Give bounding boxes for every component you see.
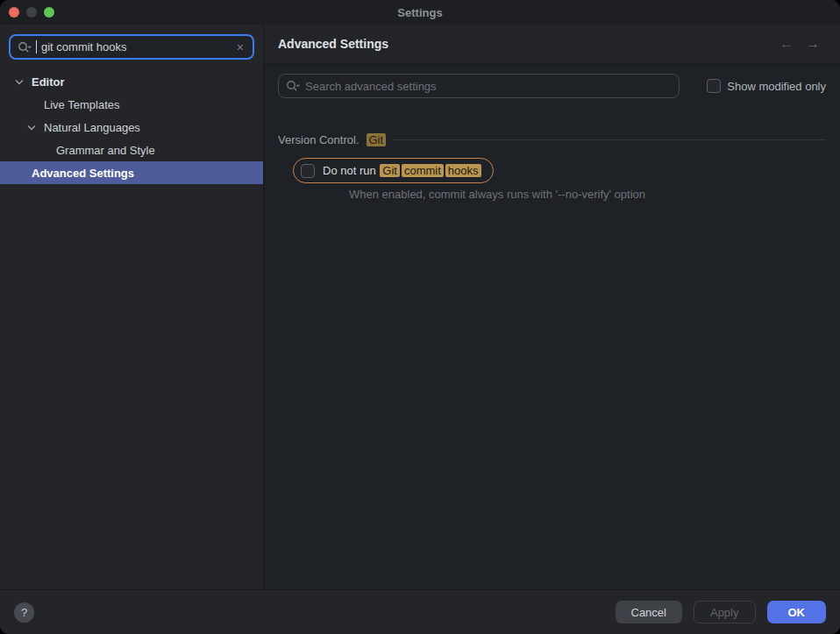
option-label: Do not run Gitcommithooks [323, 164, 482, 177]
option-highlight-git: Git [380, 164, 400, 177]
sidebar-item-live-templates[interactable]: Live Templates [0, 93, 263, 116]
chevron-down-icon[interactable] [14, 76, 25, 87]
forward-arrow-icon[interactable]: → [800, 36, 826, 52]
panel-header: Advanced Settings ← → [264, 25, 840, 64]
back-arrow-icon[interactable]: ← [773, 36, 800, 52]
footer-buttons: Cancel Apply OK [616, 601, 827, 623]
sidebar-item-grammar-and-style[interactable]: Grammar and Style [0, 139, 263, 161]
settings-window: Settings git commit hooks × [0, 0, 840, 634]
section-highlight-git: Git [367, 133, 387, 146]
show-modified-only-label: Show modified only [727, 80, 826, 93]
show-modified-only-option[interactable]: Show modified only [707, 79, 826, 93]
sidebar-item-label: Live Templates [44, 98, 119, 111]
titlebar[interactable]: Settings [0, 0, 840, 25]
text-caret [36, 40, 37, 53]
settings-tree: Editor Live Templates Natural Languages … [0, 70, 263, 184]
search-match-option-row: Do not run Gitcommithooks When enabled, … [293, 158, 840, 201]
ok-button[interactable]: OK [767, 601, 827, 623]
section-version-control-git: Version Control. Git [278, 133, 826, 146]
sidebar-search-value: git commit hooks [41, 40, 231, 53]
option-highlight-hooks: hooks [445, 164, 481, 177]
sidebar-item-natural-languages[interactable]: Natural Languages [0, 116, 263, 139]
show-modified-only-checkbox[interactable] [707, 79, 721, 93]
dialog-footer: ? Cancel Apply OK [0, 589, 840, 634]
apply-button[interactable]: Apply [694, 601, 756, 623]
page-title: Advanced Settings [278, 37, 773, 51]
sidebar-item-advanced-settings[interactable]: Advanced Settings [0, 161, 263, 184]
advanced-search-field[interactable] [278, 74, 680, 98]
clear-search-icon[interactable]: × [235, 41, 246, 53]
sidebar-item-label: Editor [32, 75, 65, 89]
advanced-settings-panel: Advanced Settings ← → [264, 25, 840, 589]
sidebar-search-input[interactable]: git commit hooks × [9, 34, 254, 60]
advanced-search-input[interactable] [305, 80, 672, 93]
advanced-search-row: Show modified only [264, 64, 840, 98]
sidebar-item-editor[interactable]: Editor [0, 70, 263, 93]
sidebar-item-label: Natural Languages [44, 121, 140, 134]
do-not-run-git-hooks-option[interactable]: Do not run Gitcommithooks [293, 158, 494, 183]
option-highlight-commit: commit [402, 164, 444, 177]
option-label-prefix: Do not run [323, 164, 376, 177]
chevron-down-icon[interactable] [26, 122, 37, 132]
search-icon [18, 41, 32, 53]
option-description: When enabled, commit always runs with '-… [349, 188, 840, 201]
cancel-button[interactable]: Cancel [616, 601, 682, 623]
do-not-run-git-hooks-checkbox[interactable] [301, 164, 315, 178]
section-label: Version Control. [278, 133, 359, 146]
help-button[interactable]: ? [14, 602, 34, 623]
section-divider [393, 139, 826, 140]
sidebar-item-label: Grammar and Style [56, 144, 155, 157]
search-icon [286, 80, 300, 92]
window-title: Settings [0, 6, 840, 19]
sidebar-item-label: Advanced Settings [32, 167, 134, 180]
settings-sidebar: git commit hooks × Editor Live Templates [0, 25, 264, 589]
